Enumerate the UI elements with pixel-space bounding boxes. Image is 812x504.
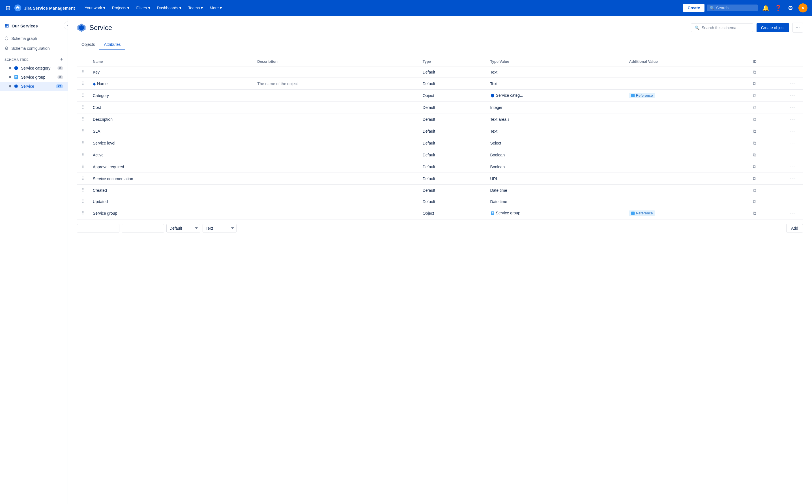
attribute-type-value: Integer bbox=[487, 102, 626, 113]
schema-tree-add-button[interactable]: + bbox=[60, 57, 63, 63]
copy-id-button[interactable]: ⧉ bbox=[753, 129, 756, 133]
sidebar-item-schema-graph[interactable]: ⬡ Schema graph bbox=[0, 33, 68, 43]
sidebar-item-schema-configuration[interactable]: ⚙ Schema configuration bbox=[0, 43, 68, 53]
attribute-name: Approval required bbox=[93, 165, 124, 169]
attribute-name: Description bbox=[93, 117, 113, 122]
attribute-name: Cost bbox=[93, 105, 101, 110]
nav-more[interactable]: More ▾ bbox=[207, 4, 225, 12]
row-more-options-button[interactable]: ··· bbox=[789, 92, 795, 98]
drag-handle[interactable]: ⠿ bbox=[80, 211, 86, 216]
notifications-icon[interactable]: 🔔 bbox=[761, 3, 770, 12]
copy-id-button[interactable]: ⧉ bbox=[753, 93, 756, 98]
row-more-options-button[interactable]: ··· bbox=[789, 210, 795, 216]
copy-id-button[interactable]: ⧉ bbox=[753, 188, 756, 193]
drag-handle[interactable]: ⠿ bbox=[80, 141, 86, 145]
attribute-type: Default bbox=[419, 149, 487, 161]
attribute-type-value: Service group bbox=[487, 207, 626, 219]
create-object-button[interactable]: Create object bbox=[757, 23, 789, 32]
copy-id-button[interactable]: ⧉ bbox=[753, 70, 756, 74]
app-logo[interactable]: Jira Service Management bbox=[14, 4, 75, 12]
attribute-type-value: Text bbox=[487, 125, 626, 137]
attribute-type: Default bbox=[419, 66, 487, 78]
table-row: ⠿Approval requiredDefaultBoolean⧉··· bbox=[77, 161, 803, 173]
attribute-description bbox=[254, 90, 419, 102]
grid-icon[interactable]: ⊞ bbox=[5, 3, 12, 12]
add-name-input[interactable] bbox=[77, 224, 119, 232]
sidebar-item-label: Service group bbox=[21, 75, 55, 79]
copy-id-button[interactable]: ⧉ bbox=[753, 117, 756, 122]
row-more-options-button[interactable]: ··· bbox=[789, 176, 795, 181]
row-more-options-button[interactable]: ··· bbox=[789, 164, 795, 169]
table-row: ⠿CostDefaultInteger⧉··· bbox=[77, 102, 803, 113]
copy-id-button[interactable]: ⧉ bbox=[753, 152, 756, 157]
attribute-type: Default bbox=[419, 161, 487, 173]
search-placeholder: Search bbox=[716, 6, 729, 10]
attribute-type: Default bbox=[419, 185, 487, 196]
copy-id-button[interactable]: ⧉ bbox=[753, 176, 756, 181]
attribute-description bbox=[254, 207, 419, 219]
add-description-input[interactable] bbox=[122, 224, 164, 232]
app-container: ‹ ⊞ Our Services ⬡ Schema graph ⚙ Schema… bbox=[0, 16, 812, 504]
settings-icon[interactable]: ⚙ bbox=[786, 3, 795, 12]
schema-search-box[interactable]: 🔍 Search this schema... bbox=[691, 23, 753, 32]
col-actions bbox=[786, 57, 803, 66]
drag-handle[interactable]: ⠿ bbox=[80, 93, 86, 98]
drag-handle[interactable]: ⠿ bbox=[80, 117, 86, 122]
row-more-options-button[interactable]: ··· bbox=[789, 104, 795, 110]
drag-handle[interactable]: ⠿ bbox=[80, 152, 86, 157]
copy-id-button[interactable]: ⧉ bbox=[753, 81, 756, 86]
drag-handle[interactable]: ⠿ bbox=[80, 129, 86, 133]
nav-teams[interactable]: Teams ▾ bbox=[185, 4, 206, 12]
tree-dot bbox=[9, 85, 11, 87]
copy-id-button[interactable]: ⧉ bbox=[753, 164, 756, 169]
gear-icon: ⚙ bbox=[5, 46, 8, 51]
tab-objects[interactable]: Objects bbox=[77, 39, 99, 50]
nav-projects[interactable]: Projects ▾ bbox=[109, 4, 132, 12]
drag-handle[interactable]: ⠿ bbox=[80, 105, 86, 110]
attribute-type-value: Text bbox=[487, 78, 626, 90]
copy-id-button[interactable]: ⧉ bbox=[753, 199, 756, 204]
row-more-options-button[interactable]: ··· bbox=[789, 116, 795, 122]
sidebar-item-service-category[interactable]: Service category 8 bbox=[0, 64, 68, 73]
tab-attributes[interactable]: Attributes bbox=[99, 39, 125, 50]
nav-filters[interactable]: Filters ▾ bbox=[133, 4, 153, 12]
sidebar-item-service[interactable]: Service 72 bbox=[0, 82, 68, 91]
attribute-name: Service level bbox=[93, 141, 115, 145]
sidebar-item-service-group[interactable]: Service group 8 bbox=[0, 73, 68, 82]
user-avatar[interactable]: A bbox=[798, 3, 807, 12]
page-actions: 🔍 Search this schema... Create object ··… bbox=[691, 23, 803, 33]
copy-id-button[interactable]: ⧉ bbox=[753, 141, 756, 145]
create-button[interactable]: Create bbox=[683, 4, 705, 12]
attribute-additional-value bbox=[626, 173, 749, 185]
more-options-button[interactable]: ··· bbox=[792, 23, 803, 33]
table-row: ⠿◆NameThe name of the objectDefaultText⧉… bbox=[77, 78, 803, 90]
nav-your-work[interactable]: Your work ▾ bbox=[82, 4, 108, 12]
app-name: Jira Service Management bbox=[24, 6, 75, 10]
col-id: ID bbox=[749, 57, 786, 66]
global-search-box[interactable]: 🔍 Search bbox=[707, 5, 758, 11]
attribute-additional-value bbox=[626, 113, 749, 125]
row-more-options-button[interactable]: ··· bbox=[789, 128, 795, 134]
help-icon[interactable]: ❓ bbox=[774, 3, 783, 12]
drag-handle[interactable]: ⠿ bbox=[80, 199, 86, 204]
drag-handle[interactable]: ⠿ bbox=[80, 176, 86, 181]
drag-handle[interactable]: ⠿ bbox=[80, 81, 86, 86]
row-more-options-button[interactable]: ··· bbox=[789, 140, 795, 146]
add-type-select[interactable]: Default Object User Group Project Status bbox=[166, 224, 200, 232]
doc-icon bbox=[14, 75, 19, 80]
drag-handle[interactable]: ⠿ bbox=[80, 188, 86, 193]
add-attribute-button[interactable]: Add bbox=[786, 224, 803, 232]
nav-dashboards[interactable]: Dashboards ▾ bbox=[154, 4, 184, 12]
row-more-options-button[interactable]: ··· bbox=[789, 152, 795, 158]
row-more-options-button[interactable]: ··· bbox=[789, 81, 795, 86]
table-row: ⠿CreatedDefaultDate time⧉ bbox=[77, 185, 803, 196]
add-type-value-select[interactable]: Text Integer Boolean Date Date time URL … bbox=[202, 224, 236, 232]
info-icon[interactable]: ℹ bbox=[508, 117, 509, 122]
sidebar-item-label: Service category bbox=[21, 66, 55, 70]
drag-handle[interactable]: ⠿ bbox=[80, 164, 86, 169]
attribute-name: Key bbox=[93, 70, 100, 74]
attribute-type: Default bbox=[419, 113, 487, 125]
copy-id-button[interactable]: ⧉ bbox=[753, 211, 756, 216]
drag-handle[interactable]: ⠿ bbox=[80, 70, 86, 74]
copy-id-button[interactable]: ⧉ bbox=[753, 105, 756, 110]
